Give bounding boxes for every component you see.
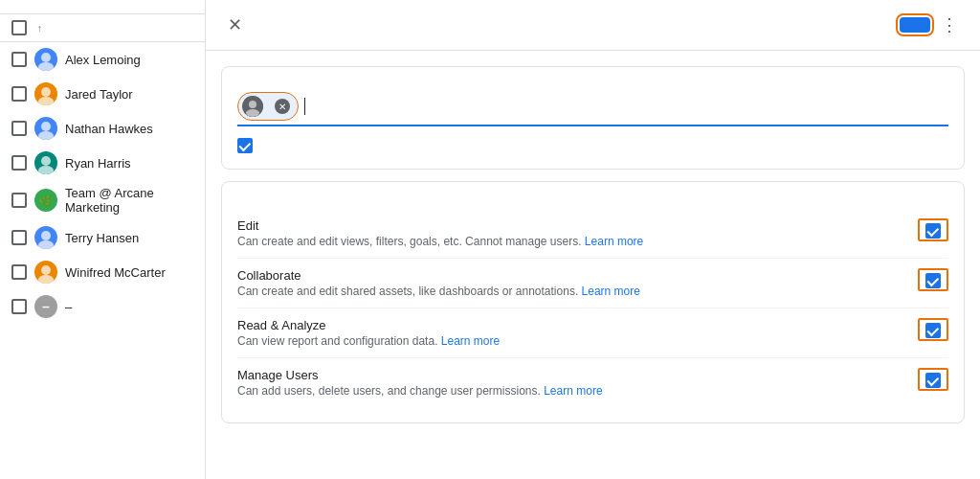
avatar: – [34, 295, 57, 318]
email-section-card: ✕ [221, 66, 965, 170]
user-row[interactable]: Ryan Harris [0, 146, 205, 180]
avatar [34, 82, 57, 105]
svg-point-7 [41, 122, 51, 131]
row-checkbox[interactable] [11, 193, 27, 208]
user-row[interactable]: Alex Lemoing [0, 42, 205, 77]
permission-info: Read & AnalyzeCan view report and config… [237, 318, 918, 348]
notify-checkbox[interactable] [237, 138, 253, 153]
permission-desc: Can create and edit views, filters, goal… [237, 235, 902, 248]
avatar [34, 226, 57, 249]
sort-icon: ↑ [37, 23, 42, 34]
cursor [304, 98, 305, 115]
permission-checkbox[interactable] [918, 318, 948, 341]
user-name: Terry Hansen [65, 231, 139, 245]
user-row[interactable]: 🌿Team @ Arcane Marketing [0, 180, 205, 220]
row-checkbox[interactable] [11, 264, 27, 280]
add-button[interactable] [900, 17, 930, 33]
user-name: Jared Taylor [65, 87, 133, 102]
checkbox-checked-icon [925, 373, 941, 388]
learn-more-link[interactable]: Learn more [544, 384, 602, 398]
user-row[interactable]: Winifred McCarter [0, 255, 205, 289]
permission-row: Read & AnalyzeCan view report and config… [237, 308, 948, 358]
row-checkbox[interactable] [11, 155, 27, 171]
permission-desc: Can add users, delete users, and change … [237, 384, 902, 398]
select-all-checkbox[interactable] [11, 20, 27, 35]
user-name: Alex Lemoing [65, 53, 141, 67]
permission-checkbox[interactable] [918, 368, 948, 391]
user-name: Winifred McCarter [65, 265, 166, 280]
avatar [34, 261, 57, 284]
notify-row [237, 138, 948, 153]
checkbox-checked-icon [925, 273, 941, 288]
svg-point-20 [249, 101, 256, 108]
row-checkbox[interactable] [11, 121, 27, 136]
permission-row: Manage UsersCan add users, delete users,… [237, 358, 948, 407]
email-chip: ✕ [237, 92, 299, 121]
permission-row: CollaborateCan create and edit shared as… [237, 259, 948, 308]
chip-remove-button[interactable]: ✕ [275, 99, 290, 114]
email-input-area[interactable]: ✕ [237, 92, 948, 126]
permission-desc: Can view report and configuration data. … [237, 334, 902, 348]
permissions-list: EditCan create and edit views, filters, … [237, 209, 948, 407]
permission-desc: Can create and edit shared assets, like … [237, 285, 902, 298]
add-permissions-modal: ✕ ⋮ [206, 0, 980, 479]
checkbox-checked-icon [925, 323, 941, 338]
left-panel: ↑ Alex LemoingJared TaylorNathan HawkesR… [0, 0, 206, 479]
learn-more-link[interactable]: Learn more [585, 235, 643, 248]
svg-point-21 [246, 109, 259, 117]
row-checkbox[interactable] [11, 299, 27, 314]
permission-info: EditCan create and edit views, filters, … [237, 218, 918, 248]
modal-header: ✕ ⋮ [206, 0, 980, 51]
permission-name: Edit [237, 218, 902, 233]
svg-text:🌿: 🌿 [38, 194, 53, 208]
avatar: 🌿 [34, 189, 57, 212]
left-header [0, 0, 205, 14]
learn-more-link[interactable]: Learn more [582, 285, 640, 298]
user-name: Team @ Arcane Marketing [65, 186, 193, 215]
chip-avatar [242, 96, 263, 117]
user-name: Ryan Harris [65, 156, 131, 171]
table-header: ↑ [0, 14, 205, 42]
permission-name: Manage Users [237, 368, 902, 382]
permission-checkbox[interactable] [918, 268, 948, 291]
user-row[interactable]: Jared Taylor [0, 77, 205, 111]
permission-checkbox[interactable] [918, 218, 948, 241]
main-area: ✕ ⋮ [206, 0, 980, 479]
user-row[interactable]: –– [0, 289, 205, 324]
svg-point-14 [41, 231, 51, 240]
user-row[interactable]: Nathan Hawkes [0, 111, 205, 146]
avatar [34, 117, 57, 140]
svg-point-10 [41, 156, 51, 166]
user-name: – [65, 300, 72, 314]
permissions-section-card: EditCan create and edit views, filters, … [221, 181, 965, 423]
row-checkbox[interactable] [11, 52, 27, 67]
permission-name: Collaborate [237, 268, 902, 283]
user-row[interactable]: Terry Hansen [0, 220, 205, 255]
permission-info: CollaborateCan create and edit shared as… [237, 268, 918, 298]
checkbox-checked-icon [925, 223, 941, 239]
row-checkbox[interactable] [11, 230, 27, 245]
permission-info: Manage UsersCan add users, delete users,… [237, 368, 918, 398]
permission-name: Read & Analyze [237, 318, 902, 332]
svg-point-17 [41, 265, 51, 275]
name-column-header[interactable]: ↑ [34, 23, 42, 34]
permission-row: EditCan create and edit views, filters, … [237, 209, 948, 259]
svg-point-4 [41, 87, 51, 97]
more-options-button[interactable]: ⋮ [934, 10, 965, 40]
row-checkbox[interactable] [11, 86, 27, 102]
user-list: Alex LemoingJared TaylorNathan HawkesRya… [0, 42, 205, 324]
modal-header-right: ⋮ [900, 10, 965, 40]
avatar [34, 48, 57, 71]
svg-point-1 [41, 53, 51, 62]
learn-more-link[interactable]: Learn more [441, 334, 500, 348]
modal-header-left: ✕ [221, 11, 259, 38]
close-button[interactable]: ✕ [221, 11, 248, 38]
modal-content: ✕ EditCan create and edit views, filters… [206, 51, 980, 479]
user-name: Nathan Hawkes [65, 122, 153, 136]
avatar [34, 151, 57, 174]
